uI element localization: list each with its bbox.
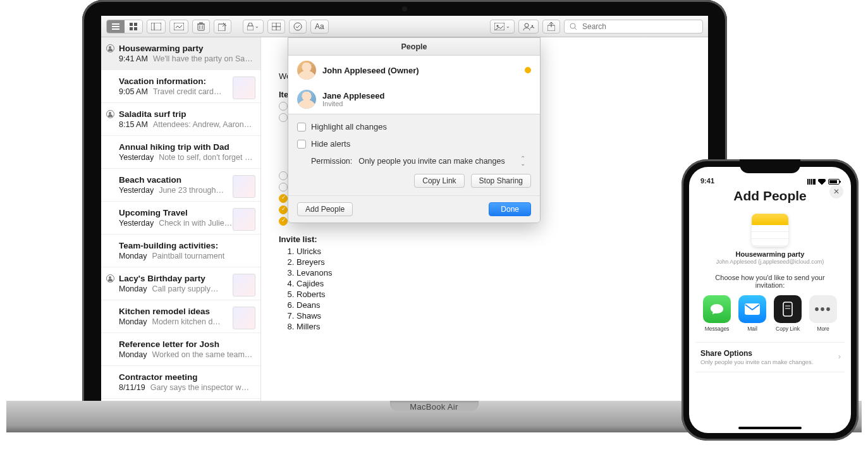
radio-icon[interactable] [279, 102, 288, 111]
copylink-icon [774, 295, 802, 323]
stop-sharing-button[interactable]: Stop Sharing [471, 174, 531, 188]
note-list-item[interactable]: Lacy's Birthday partyMondayCall party su… [101, 267, 260, 300]
note-item-time: Yesterday [119, 153, 154, 162]
note-list-item[interactable]: Contractor meeting8/11/19Gary says the i… [101, 366, 260, 399]
delete-button[interactable] [192, 20, 210, 34]
checklist-button[interactable] [289, 20, 307, 34]
note-item-time: Monday [119, 350, 147, 359]
person-status: Invited [322, 100, 385, 107]
invite-item: Millers [296, 322, 690, 331]
avatar [297, 90, 316, 109]
note-thumbnail [233, 274, 255, 296]
note-list-item[interactable]: Annual hiking trip with DadYesterdayNote… [101, 136, 260, 169]
note-item-snippet: June 23 through… [159, 186, 224, 195]
note-item-snippet: Paintball tournament [152, 252, 224, 260]
note-list-item[interactable]: Saladita surf trip8:15 AMAttendees: Andr… [101, 103, 260, 136]
permission-row[interactable]: Permission: Only people you invite can m… [297, 156, 531, 166]
note-item-snippet: We'll have the party on Sat… [153, 54, 253, 63]
share-copylink-button[interactable]: Copy Link [771, 295, 804, 332]
search-field[interactable] [564, 20, 703, 34]
note-item-time: Monday [119, 317, 147, 326]
check-filled-icon[interactable] [279, 205, 288, 214]
home-indicator[interactable] [738, 427, 802, 429]
svg-rect-10 [198, 24, 204, 30]
permission-value[interactable]: Only people you invite can make changes [358, 157, 513, 166]
share-prompt: Choose how you'd like to send your invit… [703, 274, 837, 289]
note-list-item[interactable]: Upcoming TravelYesterdayCheck in with Ju… [101, 202, 260, 235]
note-item-snippet: Call party supply… [152, 284, 218, 293]
person-name: Jane Appleseed [322, 91, 385, 101]
hide-alerts-checkbox[interactable]: Hide alerts [297, 139, 531, 149]
shared-icon [106, 110, 114, 118]
note-item-time: Yesterday [119, 186, 154, 195]
share-options-title: Share Options [700, 349, 840, 358]
svg-point-25 [525, 23, 529, 27]
highlight-changes-checkbox[interactable]: Highlight all changes [297, 122, 531, 131]
permission-label: Permission: [311, 157, 352, 166]
table-button[interactable] [267, 20, 285, 34]
lock-button[interactable]: ⌄ [243, 20, 264, 34]
svg-rect-31 [745, 303, 760, 315]
svg-point-24 [497, 25, 499, 27]
note-list-item[interactable]: Vacation information:9:05 AMTravel credi… [101, 70, 260, 103]
compose-button[interactable] [214, 20, 231, 34]
person-row[interactable]: Jane AppleseedInvited [288, 85, 540, 114]
note-item-title: Team-building activities: [119, 241, 253, 250]
note-item-time: Monday [119, 252, 147, 260]
person-row[interactable]: John Appleseed (Owner) [288, 56, 540, 85]
grid-view-icon[interactable] [125, 20, 142, 33]
check-filled-icon[interactable] [279, 217, 288, 226]
avatar [297, 61, 316, 80]
note-item-time: 8/11/19 [119, 383, 145, 392]
iphone-screen: 9:41 Add People ✕ Housewarming party Joh… [689, 167, 851, 433]
close-button[interactable]: ✕ [829, 185, 843, 199]
invite-item: Ulricks [296, 247, 690, 256]
media-button[interactable]: ⌄ [490, 20, 515, 34]
format-button[interactable]: Aa [310, 20, 329, 34]
svg-rect-0 [112, 23, 119, 25]
shared-icon [106, 44, 114, 52]
person-name: John Appleseed (Owner) [322, 66, 419, 75]
copy-link-button[interactable]: Copy Link [414, 174, 464, 188]
note-list-item[interactable]: Beach vacationYesterdayJune 23 through… [101, 169, 260, 202]
note-list-item[interactable]: Reference letter for JoshMondayWorked on… [101, 333, 260, 366]
svg-point-22 [294, 23, 302, 30]
svg-rect-6 [134, 27, 137, 30]
collaborate-button[interactable] [518, 20, 539, 34]
note-item-time: 9:05 AM [119, 87, 148, 96]
camera-dot [402, 6, 407, 11]
app-toolbar: ⌄ Aa ⌄ [101, 16, 708, 37]
notes-list[interactable]: Housewarming party9:41 AMWe'll have the … [101, 37, 261, 405]
note-item-snippet: Note to self, don't forget t… [159, 153, 253, 162]
search-icon [570, 23, 577, 30]
share-label: Messages [705, 326, 730, 332]
done-button[interactable]: Done [489, 202, 531, 216]
radio-icon[interactable] [279, 113, 288, 122]
share-button[interactable] [542, 20, 560, 34]
signal-icon [807, 179, 816, 185]
radio-icon[interactable] [279, 183, 288, 192]
add-people-button[interactable]: Add People [297, 202, 353, 216]
share-label: Mail [747, 326, 757, 332]
note-item-snippet: Modern kitchen d… [152, 317, 220, 326]
share-more-button[interactable]: •••More [807, 295, 840, 332]
svg-rect-32 [783, 302, 792, 316]
notes-app-window: ⌄ Aa ⌄ Housewarming party9:41 AMWe'll [101, 16, 708, 405]
note-list-item[interactable]: Kitchen remodel ideasMondayModern kitche… [101, 300, 260, 333]
share-messages-button[interactable]: Messages [700, 295, 733, 332]
shared-note-owner: John Appleseed (j.appleseed@icloud.com) [689, 259, 851, 265]
note-item-time: Monday [119, 284, 147, 293]
list-view-icon[interactable] [107, 20, 125, 33]
radio-icon[interactable] [279, 171, 288, 180]
share-options-row[interactable]: Share Options Only people you invite can… [695, 342, 845, 372]
sidebar-toggle-icon[interactable] [147, 20, 166, 34]
note-list-item[interactable]: Housewarming party9:41 AMWe'll have the … [101, 37, 260, 70]
attachments-button[interactable] [169, 20, 188, 34]
people-list: John Appleseed (Owner)Jane AppleseedInvi… [288, 56, 540, 114]
note-list-item[interactable]: Team-building activities:MondayPaintball… [101, 235, 260, 267]
svg-rect-18 [247, 26, 254, 30]
search-input[interactable] [581, 21, 697, 32]
share-mail-button[interactable]: Mail [736, 295, 769, 332]
view-mode-segment[interactable] [106, 20, 143, 34]
check-filled-icon[interactable] [279, 194, 288, 203]
